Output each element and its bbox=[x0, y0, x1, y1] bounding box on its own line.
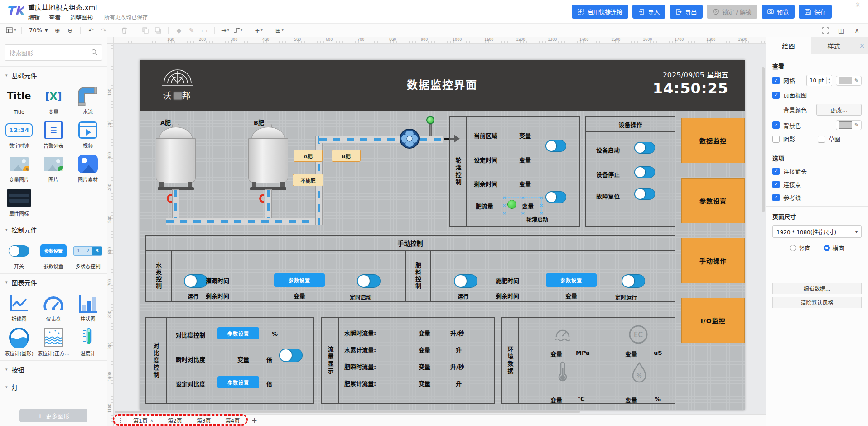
clear-default-style-button[interactable]: 清除默认风格 bbox=[772, 297, 862, 308]
selection-handle[interactable]: × bbox=[539, 195, 543, 201]
fertilizer-b-button[interactable]: B肥 bbox=[332, 150, 361, 162]
shape-level-circle[interactable]: 液位计(圆形) bbox=[2, 327, 36, 357]
fill-color-icon[interactable]: ◆ bbox=[173, 25, 184, 35]
delete-icon[interactable] bbox=[119, 25, 130, 35]
selection-handle[interactable]: × bbox=[539, 203, 543, 208]
bg-color-swatch[interactable] bbox=[839, 121, 852, 129]
bgcolor-checkbox[interactable]: ✓ bbox=[772, 121, 780, 129]
undo-icon[interactable]: ↶ bbox=[85, 25, 96, 35]
menu-adjust-shapes[interactable]: 调整图形 bbox=[70, 13, 93, 21]
tab-style[interactable]: 样式 bbox=[811, 37, 856, 54]
section-basic-elements[interactable]: ▾ 基础元件 bbox=[0, 66, 107, 84]
shape-waterflow[interactable]: 水流 bbox=[71, 86, 105, 115]
grid-size-input[interactable]: 10 pt ▲▼ bbox=[806, 75, 832, 86]
pages-menu-icon[interactable]: ⋮ bbox=[117, 417, 123, 424]
shape-search-input[interactable]: 搜索图形 bbox=[5, 44, 102, 61]
section-lights[interactable]: ▾ 灯 bbox=[0, 378, 107, 396]
format-panel-toggle-icon[interactable]: ◫ bbox=[835, 25, 847, 35]
more-shapes-button[interactable]: + 更多图形 bbox=[19, 409, 87, 422]
bg-color-control[interactable]: ✎ bbox=[836, 120, 862, 130]
change-background-button[interactable]: 更改... bbox=[816, 104, 862, 116]
import-button[interactable]: 导入 bbox=[632, 5, 665, 19]
nav-param-settings-button[interactable]: 参数设置 bbox=[681, 178, 745, 223]
shape-digital-clock[interactable]: 12:34 数字时钟 bbox=[2, 120, 36, 149]
page-tab-1[interactable]: 第1页 ∧ bbox=[127, 415, 159, 426]
grid-checkbox[interactable]: ✓ bbox=[772, 77, 780, 84]
selection-handle[interactable]: × bbox=[521, 195, 525, 201]
pump-run-toggle[interactable] bbox=[184, 274, 207, 288]
page-view-menu[interactable]: ▾ bbox=[5, 25, 17, 35]
fault-reset-toggle[interactable] bbox=[634, 188, 655, 200]
redo-icon[interactable]: ↷ bbox=[98, 25, 109, 35]
send-back-icon[interactable] bbox=[152, 25, 164, 35]
add-page-icon[interactable]: + bbox=[248, 416, 261, 425]
pageview-checkbox[interactable]: ✓ bbox=[772, 92, 780, 99]
shape-image-asset[interactable]: 图片素材 bbox=[71, 154, 105, 183]
tab-draw[interactable]: 绘图 bbox=[766, 37, 811, 54]
shape-alarm-list[interactable]: ☰ 告警列表 bbox=[36, 120, 71, 149]
fert-timer-toggle[interactable] bbox=[622, 274, 645, 288]
landscape-radio[interactable] bbox=[824, 245, 830, 251]
shape-switch[interactable]: 开关 bbox=[2, 240, 36, 270]
zoom-select[interactable]: 70% ▾ bbox=[26, 27, 50, 34]
fert-param-button[interactable]: 参数设置 bbox=[546, 273, 597, 287]
nav-io-monitor-button[interactable]: I/O监控 bbox=[681, 298, 745, 343]
menu-edit[interactable]: 编辑 bbox=[28, 13, 40, 21]
shape-property-icon[interactable]: 属性图标 bbox=[2, 188, 36, 217]
shape-icon[interactable]: ▭ bbox=[198, 25, 210, 35]
selection-handle[interactable]: × bbox=[502, 195, 506, 201]
grid-color-control[interactable]: ✎ bbox=[836, 76, 862, 86]
fit-page-icon[interactable] bbox=[820, 25, 831, 35]
sketch-checkbox[interactable] bbox=[818, 136, 825, 143]
save-button[interactable]: 保存 bbox=[799, 5, 832, 19]
nav-data-monitor-button[interactable]: 数据监控 bbox=[681, 118, 745, 163]
shape-title[interactable]: Title Title bbox=[2, 86, 36, 115]
portrait-radio[interactable] bbox=[790, 245, 796, 251]
guides-checkbox[interactable]: ✓ bbox=[772, 194, 780, 201]
device-stop-toggle[interactable] bbox=[634, 166, 655, 178]
scada-page[interactable]: 沃邦 数据监控界面 2025/09/05 星期五 14:50:25 A肥 B肥 bbox=[140, 60, 745, 410]
export-button[interactable]: 导出 bbox=[670, 5, 703, 19]
shape-image[interactable]: + 图片 bbox=[36, 154, 71, 183]
no-fertilizer-button[interactable]: 不施肥 bbox=[293, 174, 323, 186]
connector-style-menu[interactable]: ▾ bbox=[232, 25, 243, 35]
page-size-select[interactable]: 1920 * 1080(推荐尺寸) ▾ bbox=[772, 225, 862, 238]
menu-view[interactable]: 查看 bbox=[49, 13, 61, 21]
pump-param-button[interactable]: 参数设置 bbox=[274, 273, 325, 287]
selection-handle[interactable]: × bbox=[521, 210, 525, 216]
contrast-param-button-1[interactable]: 参数设置 bbox=[217, 327, 259, 339]
selection-handle[interactable]: × bbox=[502, 210, 506, 216]
close-panel-icon[interactable]: × bbox=[856, 37, 868, 54]
valve-indicator[interactable] bbox=[426, 116, 434, 124]
vertical-scrollbar[interactable] bbox=[762, 44, 765, 411]
shape-gauge[interactable]: 仪表盘 bbox=[36, 293, 71, 322]
rotation-toggle-1[interactable] bbox=[545, 140, 566, 152]
quick-connect-button[interactable]: 启用快捷连接 bbox=[572, 5, 628, 19]
zoom-out-icon[interactable]: ⊖ bbox=[64, 25, 76, 35]
collapse-toolbar-icon[interactable]: ∧ bbox=[851, 25, 863, 35]
shape-level-square[interactable]: 液位计(正方... bbox=[36, 327, 71, 357]
pump-timer-toggle[interactable] bbox=[357, 274, 381, 288]
insert-menu[interactable]: +▾ bbox=[253, 25, 264, 35]
section-buttons[interactable]: ▾ 按钮 bbox=[0, 360, 107, 378]
selection-handle[interactable]: × bbox=[502, 203, 506, 208]
shape-param-settings[interactable]: 参数设置 参数设置 bbox=[36, 240, 71, 270]
grid-color-swatch[interactable] bbox=[839, 77, 852, 84]
table-menu[interactable]: ⊞▾ bbox=[274, 25, 285, 35]
nav-manual-operation-button[interactable]: 手动操作 bbox=[681, 238, 745, 283]
horizontal-scrollbar[interactable] bbox=[114, 410, 760, 414]
shape-variable[interactable]: [X] 变量 bbox=[36, 86, 71, 115]
pump[interactable] bbox=[399, 128, 420, 151]
rotation-toggle-2[interactable] bbox=[545, 191, 566, 203]
canvas-area[interactable]: 1002003004005006007008009001000110012001… bbox=[107, 37, 766, 426]
shape-bar-chart[interactable]: 柱状图 bbox=[71, 293, 105, 322]
lock-unlock-button[interactable]: 锁定 / 解锁 bbox=[707, 5, 757, 19]
shape-line-chart[interactable]: 折线图 bbox=[2, 293, 36, 322]
fertilizer-a-button[interactable]: A肥 bbox=[294, 150, 323, 162]
connection-arrows-checkbox[interactable]: ✓ bbox=[772, 168, 780, 175]
page-tab-2[interactable]: 第2页 bbox=[161, 415, 188, 426]
device-start-toggle[interactable] bbox=[634, 142, 655, 154]
edit-data-button[interactable]: 编辑数据... bbox=[772, 283, 862, 294]
zoom-in-icon[interactable]: ⊕ bbox=[52, 25, 63, 35]
fert-run-toggle[interactable] bbox=[454, 274, 477, 288]
